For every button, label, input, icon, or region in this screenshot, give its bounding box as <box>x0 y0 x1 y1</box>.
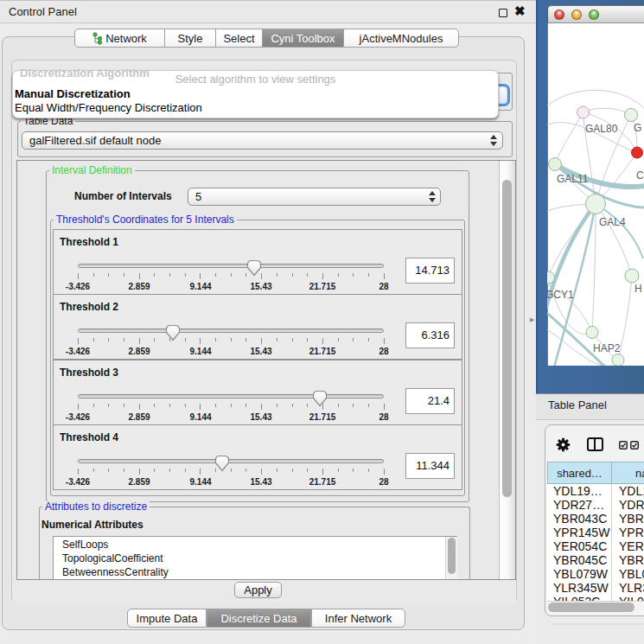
svg-text:C: C <box>636 169 644 182</box>
svg-text:GCY1: GCY1 <box>547 289 574 301</box>
svg-text:GAL11: GAL11 <box>557 173 589 185</box>
svg-text:G: G <box>634 122 641 134</box>
svg-text:H: H <box>634 283 642 295</box>
svg-text:GAL80: GAL80 <box>585 123 618 135</box>
svg-text:HAP2: HAP2 <box>593 342 621 354</box>
svg-text:GAL4: GAL4 <box>599 216 626 228</box>
